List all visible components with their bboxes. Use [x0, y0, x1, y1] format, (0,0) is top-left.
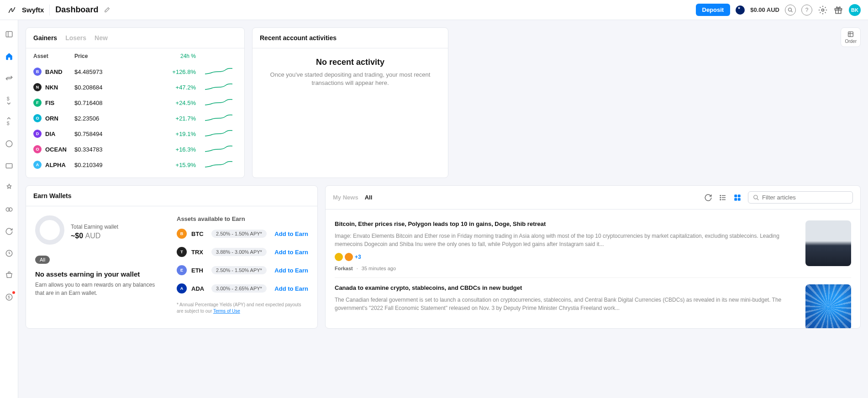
asset-ticker: TRX [191, 249, 207, 256]
table-row[interactable]: BBAND $4.485973 +126.8% [26, 64, 244, 79]
coin-icon: A [177, 283, 187, 293]
news-search[interactable] [748, 191, 853, 204]
earn-footnote: * Annual Percentage Yields (APY) and nex… [177, 302, 308, 314]
tab-losers[interactable]: Losers [65, 34, 86, 42]
article-snippet: The Canadian federal government is set t… [335, 296, 797, 312]
news-tab-all[interactable]: All [365, 194, 373, 201]
balance-label: $0.00 AUD [750, 6, 779, 13]
tab-gainers[interactable]: Gainers [33, 34, 57, 42]
avatar[interactable]: BK [849, 4, 861, 16]
gift-icon[interactable] [833, 5, 843, 15]
news-card: My News All Bitcoin, Ether prices rise, … [325, 185, 861, 329]
earn-asset-row: A ADA 3.00% - 2.65% APY* Add to Earn [177, 283, 308, 293]
deposit-button[interactable]: Deposit [696, 4, 731, 16]
edit-icon[interactable] [104, 7, 110, 13]
svg-rect-4 [6, 31, 12, 37]
article-thumbnail [805, 220, 851, 266]
search-icon [753, 194, 759, 201]
asset-ticker: BTC [191, 230, 207, 237]
gainers-card: Gainers Losers New Asset Price 24h % BBA… [26, 27, 245, 178]
svg-point-7 [6, 141, 12, 147]
swyftx-logo-icon [7, 5, 16, 15]
asset-ticker: ETH [191, 267, 207, 274]
refresh-icon[interactable] [704, 194, 712, 202]
earn-description: Earn allows you to earn rewards on any b… [35, 281, 163, 297]
gainers-tabs: Gainers Losers New [26, 28, 244, 48]
terms-link[interactable]: Terms of Use [213, 309, 240, 314]
earn-asset-row: T TRX 3.88% - 3.00% APY* Add to Earn [177, 247, 308, 257]
page-title: Dashboard [55, 5, 98, 15]
news-body[interactable]: Bitcoin, Ether prices rise, Polygon lead… [326, 209, 860, 328]
order-button[interactable]: Order [841, 27, 861, 47]
svg-point-17 [720, 199, 721, 200]
svg-text:$: $ [6, 120, 9, 126]
search-icon[interactable] [785, 5, 796, 16]
gainers-rows[interactable]: BBAND $4.485973 +126.8% NNKN $0.208684 +… [26, 64, 244, 171]
news-filter-input[interactable] [762, 194, 848, 201]
sidebar-shop-icon[interactable] [4, 270, 14, 280]
sidebar-collapse-icon[interactable] [4, 29, 14, 39]
table-row[interactable]: NNKN $0.208684 +47.2% [26, 79, 244, 95]
col-spark [205, 53, 237, 59]
apy-pill: 2.50% - 1.50% APY* [211, 230, 267, 238]
asset-ticker: ADA [191, 285, 207, 292]
svg-point-16 [720, 197, 721, 198]
apy-pill: 3.00% - 2.65% APY* [211, 284, 267, 293]
svg-rect-20 [734, 198, 737, 200]
svg-text:$: $ [6, 96, 9, 101]
earn-donut-icon [35, 215, 64, 245]
add-to-earn-link[interactable]: Add to Earn [274, 267, 308, 274]
earn-header: Earn Wallets [26, 186, 317, 206]
earn-left: Total Earning wallet ~$0 AUD All No asse… [35, 215, 163, 314]
grid-view-icon[interactable] [733, 194, 742, 202]
table-row[interactable]: DDIA $0.758494 +19.1% [26, 126, 244, 141]
svg-point-1 [822, 9, 824, 11]
sidebar-buy-icon[interactable]: $ [4, 95, 14, 105]
list-view-icon[interactable] [719, 194, 727, 202]
order-label: Order [845, 39, 857, 44]
add-to-earn-link[interactable]: Add to Earn [274, 249, 308, 256]
article-title: Bitcoin, Ether prices rise, Polygon lead… [335, 220, 797, 227]
sidebar-bundles-icon[interactable] [4, 204, 14, 215]
table-row[interactable]: OORN $2.23506 +21.7% [26, 110, 244, 126]
coin-icon: B [177, 229, 187, 239]
earn-card: Earn Wallets Total Earning wallet ~$0 AU… [26, 185, 318, 329]
news-article[interactable]: Canada to examine crypto, stablecoins, a… [335, 278, 851, 328]
table-row[interactable]: FFIS $0.716408 +24.5% [26, 95, 244, 110]
col-price: Price [74, 53, 134, 59]
sidebar-assets-icon[interactable] [4, 139, 14, 149]
sidebar-history-icon[interactable] [4, 248, 14, 258]
svg-rect-14 [848, 32, 853, 37]
news-tab-mynews[interactable]: My News [333, 194, 358, 201]
apy-pill: 2.50% - 1.50% APY* [211, 266, 267, 274]
topbar-left: Swyftx Dashboard [7, 5, 110, 16]
sidebar-home-icon[interactable] [4, 51, 14, 61]
gear-icon[interactable] [818, 5, 828, 15]
svg-rect-19 [738, 194, 741, 197]
earn-filter-chip[interactable]: All [35, 256, 50, 264]
earn-right: Assets available to Earn B BTC 2.50% - 1… [177, 215, 308, 314]
earn-assets-title: Assets available to Earn [177, 215, 308, 222]
table-row[interactable]: AALPHA $0.210349 +15.9% [26, 157, 244, 171]
sidebar-sell-icon[interactable]: $ [4, 117, 14, 127]
divider [49, 5, 50, 16]
coin-icon: E [177, 265, 187, 275]
add-to-earn-link[interactable]: Add to Earn [274, 230, 308, 237]
sidebar-swap-icon[interactable] [4, 73, 14, 83]
col-change: 24h % [134, 53, 205, 59]
main-content: Order Gainers Losers New Asset Price 24h… [18, 20, 868, 398]
table-row[interactable]: OOCEAN $0.334783 +16.3% [26, 141, 244, 157]
svg-point-15 [720, 195, 721, 196]
flag-au-icon[interactable] [736, 5, 745, 15]
news-article[interactable]: Bitcoin, Ether prices rise, Polygon lead… [335, 214, 851, 278]
sidebar-demo-icon[interactable]: $ [4, 292, 14, 302]
sidebar-rewards-icon[interactable] [4, 183, 14, 193]
help-icon[interactable]: ? [801, 5, 812, 16]
earn-total-amount: ~$0 AUD [71, 232, 118, 240]
add-to-earn-link[interactable]: Add to Earn [274, 285, 308, 292]
tab-new[interactable]: New [95, 34, 108, 42]
svg-point-22 [754, 195, 758, 199]
sidebar-recurring-icon[interactable] [4, 226, 14, 236]
sidebar-wallet-icon[interactable] [4, 161, 14, 171]
activities-card: Recent account activities No recent acti… [252, 27, 448, 178]
